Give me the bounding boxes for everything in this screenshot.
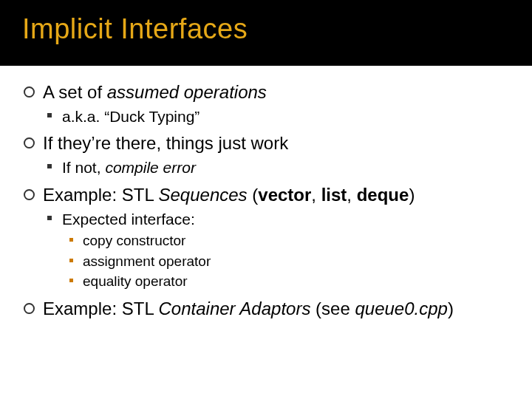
slide-content: A set of assumed operations a.k.a. “Duck… xyxy=(0,66,532,322)
text-fragment: Example: STL xyxy=(43,185,159,205)
text-fragment: If they’re there, things just work xyxy=(43,133,288,153)
text-fragment-bold: deque xyxy=(357,185,409,205)
text-fragment: If not, xyxy=(62,159,105,176)
slide-title: Implicit Interfaces xyxy=(0,0,532,66)
text-fragment-italic: Sequences xyxy=(159,185,248,205)
bullet-list-level2: a.k.a. “Duck Typing” xyxy=(43,105,517,128)
bullet-list-level2: If not, compile error xyxy=(43,156,517,179)
list-item: Example: STL Sequences (vector, list, de… xyxy=(21,182,517,296)
list-item: Expected interface: copy constructor ass… xyxy=(43,208,517,293)
list-item: a.k.a. “Duck Typing” xyxy=(43,105,517,128)
text-fragment: assignment operator xyxy=(83,253,211,269)
text-fragment: ) xyxy=(409,185,415,205)
text-fragment: (see xyxy=(310,299,355,318)
text-fragment-italic: queue0.cpp xyxy=(355,299,447,318)
list-item: If they’re there, things just work If no… xyxy=(21,130,517,181)
list-item: equality operator xyxy=(65,271,517,292)
list-item: A set of assumed operations a.k.a. “Duck… xyxy=(21,79,517,130)
bullet-list-level3: copy constructor assignment operator equ… xyxy=(65,231,517,292)
text-fragment: , xyxy=(311,185,321,205)
text-fragment: a.k.a. “Duck Typing” xyxy=(62,108,200,125)
list-item: Example: STL Container Adaptors (see que… xyxy=(21,296,517,322)
text-fragment: , xyxy=(347,185,356,205)
text-fragment-bold: list xyxy=(321,185,347,205)
text-fragment: Expected interface: xyxy=(62,211,195,228)
list-item: If not, compile error xyxy=(43,156,517,179)
text-fragment: ) xyxy=(448,299,454,318)
text-fragment-bold: vector xyxy=(258,185,311,205)
text-fragment: Example: STL xyxy=(43,299,159,318)
text-fragment: ( xyxy=(248,185,259,205)
slide: Implicit Interfaces A set of assumed ope… xyxy=(0,0,532,399)
text-fragment: copy constructor xyxy=(83,233,185,248)
text-fragment: equality operator xyxy=(83,273,188,289)
text-fragment: A set of xyxy=(43,82,107,102)
bullet-list-level2: Expected interface: copy constructor ass… xyxy=(43,208,517,293)
text-fragment-italic: assumed operations xyxy=(107,82,267,102)
list-item: copy constructor xyxy=(65,231,517,251)
text-fragment-italic: compile error xyxy=(105,159,196,176)
list-item: assignment operator xyxy=(65,251,517,272)
text-fragment-italic: Container Adaptors xyxy=(159,299,311,318)
bullet-list-level1: A set of assumed operations a.k.a. “Duck… xyxy=(21,79,517,322)
